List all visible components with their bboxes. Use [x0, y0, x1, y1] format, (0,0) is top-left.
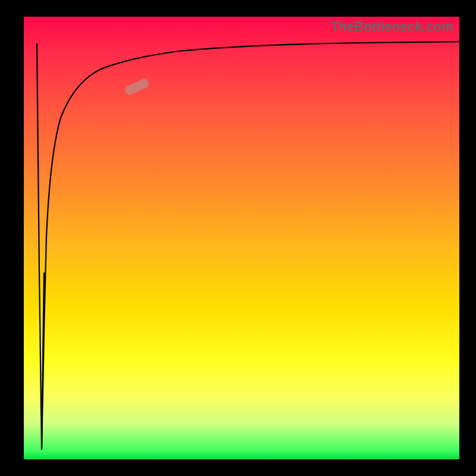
y-axis-gutter: [0, 0, 24, 476]
score-curve-path: [42, 42, 459, 450]
x-axis-gutter: [0, 459, 476, 476]
curve-layer: [24, 17, 459, 459]
chart-plot-area: TheBottleneck.com: [24, 17, 459, 459]
